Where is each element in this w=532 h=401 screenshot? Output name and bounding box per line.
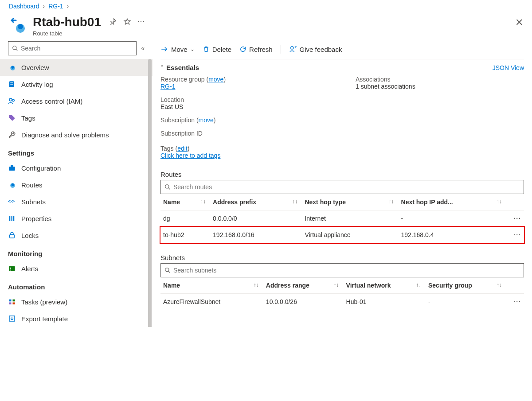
subnets-search[interactable] bbox=[160, 263, 524, 277]
sidebar-item-label: Access control (IAM) bbox=[21, 97, 82, 105]
resource-type: Route table bbox=[33, 30, 101, 37]
breadcrumb-rg[interactable]: RG-1 bbox=[48, 3, 63, 10]
cell-name: AzureFirewallSubnet bbox=[160, 294, 263, 310]
svg-point-9 bbox=[9, 98, 12, 101]
svg-point-30 bbox=[165, 185, 169, 188]
row-more-icon[interactable]: ··· bbox=[506, 294, 524, 310]
resource-title: Rtab-hub01 bbox=[33, 15, 101, 29]
svg-line-33 bbox=[168, 271, 170, 273]
command-bar: Move ⌄ Delete Refresh Give feedback bbox=[160, 41, 524, 59]
collapse-sidebar-icon[interactable]: « bbox=[141, 45, 145, 52]
sidebar-item-subnets[interactable]: <·> Subnets bbox=[0, 193, 153, 210]
sidebar-item-properties[interactable]: Properties bbox=[0, 210, 153, 227]
refresh-button[interactable]: Refresh bbox=[239, 46, 273, 53]
search-icon bbox=[12, 45, 18, 51]
sidebar-item-export-template[interactable]: Export template bbox=[0, 310, 153, 327]
svg-point-10 bbox=[12, 99, 15, 101]
sub-move-link[interactable]: move bbox=[199, 117, 214, 124]
tags-row: Tags (edit) Click here to add tags bbox=[160, 142, 524, 166]
svg-rect-17 bbox=[12, 216, 12, 221]
lock-icon bbox=[8, 231, 16, 239]
cell-hop-ip: - bbox=[399, 210, 506, 227]
svg-rect-26 bbox=[13, 303, 15, 305]
subnets-search-input[interactable] bbox=[173, 267, 520, 274]
sidebar-item-tags[interactable]: Tags bbox=[0, 109, 153, 126]
move-button[interactable]: Move ⌄ bbox=[160, 45, 195, 53]
row-more-icon[interactable]: ··· bbox=[506, 210, 524, 227]
sidebar-item-alerts[interactable]: Alerts bbox=[0, 260, 153, 277]
trash-icon bbox=[203, 46, 210, 53]
sidebar-item-iam[interactable]: Access control (IAM) bbox=[0, 93, 153, 109]
sidebar-item-label: Overview bbox=[21, 64, 49, 71]
sort-icon: ↑↓ bbox=[292, 199, 297, 205]
essentials-header[interactable]: ˄ Essentials JSON View bbox=[160, 59, 524, 76]
rg-label: Resource group (move) bbox=[160, 76, 347, 83]
svg-rect-12 bbox=[11, 165, 13, 167]
col-hop-ip[interactable]: Next hop IP add...↑↓ bbox=[399, 194, 506, 210]
sidebar-item-label: Properties bbox=[21, 215, 51, 222]
pin-icon[interactable] bbox=[109, 18, 117, 26]
json-view-link[interactable]: JSON View bbox=[493, 64, 524, 71]
svg-rect-11 bbox=[9, 167, 15, 171]
feedback-button[interactable]: Give feedback bbox=[289, 45, 342, 53]
cell-hop-type: Internet bbox=[302, 210, 398, 227]
sidebar-item-overview[interactable]: Overview bbox=[0, 59, 153, 76]
cell-range: 10.0.0.0/26 bbox=[263, 294, 344, 310]
routes-search[interactable] bbox=[160, 180, 524, 194]
tags-edit-link[interactable]: edit bbox=[177, 145, 188, 152]
chevron-down-icon: ⌄ bbox=[190, 46, 195, 52]
activity-log-icon bbox=[8, 80, 16, 88]
chevron-up-icon: ˄ bbox=[160, 64, 164, 71]
col-vnet[interactable]: Virtual network↑↓ bbox=[344, 277, 426, 294]
sidebar-item-tasks[interactable]: Tasks (preview) bbox=[0, 293, 153, 310]
sidebar-item-label: Export template bbox=[21, 315, 68, 323]
resource-header: Rtab-hub01 Route table ··· ✕ bbox=[0, 12, 532, 41]
sidebar-item-routes[interactable]: Routes bbox=[0, 176, 153, 193]
sidebar-item-label: Configuration bbox=[21, 164, 61, 172]
routes-search-input[interactable] bbox=[173, 183, 520, 191]
sidebar-item-diagnose[interactable]: Diagnose and solve problems bbox=[0, 126, 153, 143]
sidebar-search-input[interactable] bbox=[21, 45, 133, 52]
table-row[interactable]: AzureFirewallSubnet 10.0.0.0/26 Hub-01 -… bbox=[160, 294, 524, 310]
col-name[interactable]: Name↑↓ bbox=[160, 277, 263, 294]
tag-icon bbox=[8, 114, 16, 122]
sidebar-search[interactable] bbox=[8, 41, 137, 55]
toolbox-icon bbox=[8, 164, 16, 172]
refresh-icon bbox=[239, 46, 246, 53]
sidebar-heading-settings: Settings bbox=[0, 143, 153, 160]
sidebar-item-configuration[interactable]: Configuration bbox=[0, 160, 153, 176]
sidebar-scrollbar-thumb[interactable] bbox=[148, 59, 152, 327]
cell-prefix: 192.168.0.0/16 bbox=[210, 227, 302, 243]
table-row[interactable]: to-hub2 192.168.0.0/16 Virtual appliance… bbox=[160, 227, 524, 243]
more-icon[interactable]: ··· bbox=[137, 18, 145, 25]
alerts-icon bbox=[8, 265, 16, 273]
feedback-icon bbox=[289, 45, 297, 53]
sidebar-heading-monitoring: Monitoring bbox=[0, 244, 153, 260]
cell-vnet: Hub-01 bbox=[344, 294, 426, 310]
associations-label: Associations bbox=[356, 76, 524, 83]
sidebar-item-activity-log[interactable]: Activity log bbox=[0, 76, 153, 93]
rg-move-link[interactable]: move bbox=[208, 76, 223, 83]
sort-icon: ↑↓ bbox=[254, 282, 259, 288]
col-name[interactable]: Name↑↓ bbox=[160, 194, 210, 210]
sidebar-scrollbar-track bbox=[148, 59, 152, 327]
rg-value-link[interactable]: RG-1 bbox=[160, 83, 175, 90]
subscription-label: Subscription (move) bbox=[160, 117, 347, 124]
table-row[interactable]: dg 0.0.0.0/0 Internet - ··· bbox=[160, 210, 524, 227]
sidebar-item-locks[interactable]: Locks bbox=[0, 227, 153, 244]
breadcrumb-root[interactable]: Dashboard bbox=[9, 3, 39, 10]
col-range[interactable]: Address range↑↓ bbox=[263, 277, 344, 294]
row-more-icon[interactable]: ··· bbox=[506, 227, 524, 243]
add-tags-link[interactable]: Click here to add tags bbox=[160, 152, 220, 159]
subnets-title: Subnets bbox=[160, 254, 524, 261]
close-icon[interactable]: ✕ bbox=[515, 17, 523, 28]
favorite-icon[interactable] bbox=[123, 18, 131, 26]
associations-value: 1 subnet associations bbox=[356, 83, 524, 90]
sort-icon: ↑↓ bbox=[497, 282, 502, 288]
delete-button[interactable]: Delete bbox=[203, 46, 231, 53]
col-hop-type[interactable]: Next hop type↑↓ bbox=[302, 194, 398, 210]
svg-line-31 bbox=[168, 188, 170, 190]
sort-icon: ↑↓ bbox=[389, 199, 394, 205]
col-prefix[interactable]: Address prefix↑↓ bbox=[210, 194, 302, 210]
col-sg[interactable]: Security group↑↓ bbox=[426, 277, 506, 294]
